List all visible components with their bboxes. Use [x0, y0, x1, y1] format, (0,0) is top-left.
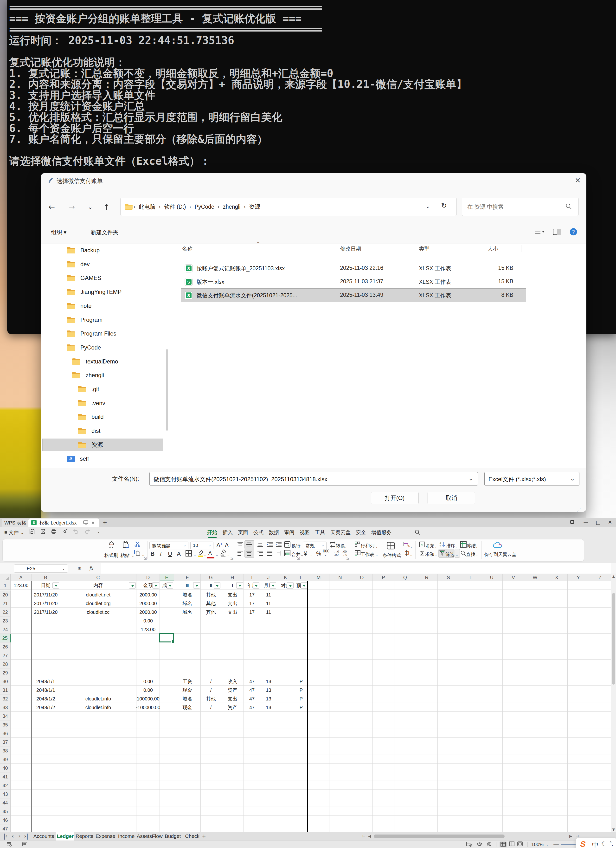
scroll-down-icon[interactable]: ▼: [612, 827, 616, 832]
ribbon-tab-视图[interactable]: 视图: [297, 527, 312, 538]
inc-decimal-icon[interactable]: .00→.0: [341, 550, 349, 556]
cell-J20[interactable]: 11: [246, 592, 292, 598]
worksheet-label[interactable]: 工作表: [361, 551, 375, 558]
toolbar-more-icon[interactable]: ⌄: [95, 529, 102, 535]
file-row[interactable]: S版本一.xlsx2025-11-03 21:37XLSX 工作表15 KB: [181, 275, 526, 289]
fill-dropdown-icon[interactable]: ⌄: [434, 544, 437, 549]
sheet-tab-Ledger[interactable]: Ledger: [56, 832, 74, 841]
macro-record-icon[interactable]: [7, 842, 12, 847]
file-menu-button[interactable]: ≡ 文件 ⌄: [4, 529, 25, 536]
filter-button-B[interactable]: [52, 582, 59, 589]
cloud-save-label[interactable]: 保存到天翼云盘: [484, 551, 516, 558]
row-header-39[interactable]: 39: [0, 755, 10, 764]
highlight-color-icon[interactable]: [198, 550, 204, 557]
print-preview-icon[interactable]: [62, 529, 68, 535]
scroll-up-icon[interactable]: ▲: [612, 574, 616, 578]
table-style-dropdown-icon[interactable]: ⌄: [410, 544, 413, 549]
percent-icon[interactable]: %: [316, 550, 321, 557]
eye-protect-icon[interactable]: [477, 842, 483, 847]
align-justify-icon[interactable]: [267, 550, 272, 556]
list-column-divider[interactable]: [335, 245, 335, 252]
column-headers[interactable]: ABCDEFGHIJKLMNOPQRSTUVWXYZ: [0, 574, 611, 581]
font-launcher-icon[interactable]: ⇲: [230, 556, 233, 560]
row-header-46[interactable]: 46: [0, 816, 10, 824]
selected-cell-E25[interactable]: [159, 633, 174, 642]
increase-indent-icon[interactable]: [275, 542, 282, 547]
number-launcher-icon[interactable]: ⇲: [346, 556, 349, 560]
list-column-type[interactable]: 类型: [419, 245, 429, 252]
save-icon[interactable]: [29, 529, 35, 535]
align-launcher-icon[interactable]: ⇲: [297, 556, 300, 560]
vertical-scrollbar[interactable]: ▲ ▼: [611, 574, 616, 832]
cell-B31[interactable]: 2048/1/1: [17, 687, 74, 693]
dialog-close-button[interactable]: ✕: [572, 176, 583, 185]
filter-button-K[interactable]: [287, 582, 293, 589]
row-header-38[interactable]: 38: [0, 746, 10, 755]
merge-cells-icon[interactable]: [284, 550, 290, 556]
table-style-icon[interactable]: [466, 842, 472, 847]
font-color-dropdown-icon[interactable]: ⌄: [215, 553, 219, 557]
export-icon[interactable]: [40, 529, 46, 535]
cell-J22[interactable]: 11: [246, 609, 292, 615]
increase-font-icon[interactable]: A+: [216, 542, 222, 549]
sogou-logo-icon[interactable]: S: [580, 839, 586, 848]
table-style-icon[interactable]: [404, 541, 410, 548]
vertical-scroll-thumb[interactable]: [612, 593, 615, 685]
row-header-44[interactable]: 44: [0, 798, 10, 807]
column-header-Z[interactable]: Z: [589, 574, 611, 581]
column-header-N[interactable]: N: [329, 574, 351, 581]
row-header-21[interactable]: 21: [0, 599, 10, 608]
cut-icon[interactable]: [135, 541, 141, 547]
cell-style-icon[interactable]: [404, 550, 410, 556]
zoom-out-icon[interactable]: —: [554, 841, 559, 848]
find-dropdown-icon[interactable]: ⌄: [475, 553, 478, 557]
row-header-29[interactable]: 29: [0, 669, 10, 677]
ribbon-tab-天翼云盘[interactable]: 天翼云盘: [328, 527, 353, 538]
page-break-view-icon[interactable]: [517, 842, 523, 846]
row-header-22[interactable]: 22: [0, 608, 10, 617]
sum-dropdown-icon[interactable]: ⌄: [434, 553, 437, 557]
row-header-41[interactable]: 41: [0, 772, 10, 781]
sheet-tab-Reports[interactable]: Reports: [74, 832, 95, 841]
ribbon-tab-插入[interactable]: 插入: [220, 527, 235, 538]
formula-zoom-icon[interactable]: ⊕: [77, 565, 81, 571]
cloud-save-icon[interactable]: [493, 541, 503, 549]
sum-icon[interactable]: [419, 550, 425, 556]
font-name-select[interactable]: 微软雅黑⌄: [150, 541, 188, 549]
search-input[interactable]: 在 资源 中搜索: [462, 198, 579, 216]
address-dropdown-icon[interactable]: ⌄: [426, 203, 430, 209]
ime-fullhalf-icon[interactable]: ☾: [601, 841, 607, 847]
align-top-icon[interactable]: [237, 542, 243, 547]
filter-button-I[interactable]: [253, 582, 259, 589]
column-header-R[interactable]: R: [416, 574, 438, 581]
redo-icon[interactable]: [84, 529, 90, 535]
distributed-icon[interactable]: [275, 550, 281, 556]
filter-button-D[interactable]: [152, 582, 159, 589]
clear-format-icon[interactable]: [220, 550, 227, 557]
filter-button-L[interactable]: [301, 582, 307, 589]
list-column-size[interactable]: 大小: [487, 245, 498, 252]
zoom-level[interactable]: 100%: [531, 842, 543, 847]
column-header-C[interactable]: C: [60, 574, 136, 581]
row-header-45[interactable]: 45: [0, 807, 10, 816]
view-mode-icon[interactable]: [534, 228, 545, 236]
name-box-dropdown-icon[interactable]: ⌄: [62, 566, 65, 571]
align-right-icon[interactable]: [257, 550, 263, 556]
hscroll-left-icon[interactable]: ◀: [368, 834, 371, 838]
filter-dropdown-icon[interactable]: ⌄: [455, 553, 458, 557]
convert-dropdown-icon[interactable]: ⌄: [344, 544, 348, 549]
sheet-tab-AssetsFlow[interactable]: AssetsFlow: [137, 832, 163, 841]
column-header-K[interactable]: K: [277, 574, 294, 581]
column-header-V[interactable]: V: [503, 574, 524, 581]
sheet-tab-Accounts[interactable]: Accounts: [31, 832, 56, 841]
row-header-34[interactable]: 34: [0, 712, 10, 721]
address-bar[interactable]: ›此电脑›软件 (D:)›PyCode›zhengli›资源 ⌄ ↻: [120, 198, 457, 216]
resize-grip[interactable]: ⋰: [576, 507, 581, 512]
file-row[interactable]: S按账户复式记账账单_20251103.xlsx2025-11-03 22:16…: [181, 262, 526, 275]
wrap-text-label[interactable]: 换行: [292, 543, 301, 549]
wps-app-button[interactable]: WPS 表格: [2, 519, 29, 527]
help-icon[interactable]: ?: [569, 228, 578, 236]
add-sheet-button[interactable]: +: [202, 832, 206, 840]
list-column-date[interactable]: 修改日期: [340, 245, 361, 252]
row-header-23[interactable]: 23: [0, 617, 10, 625]
